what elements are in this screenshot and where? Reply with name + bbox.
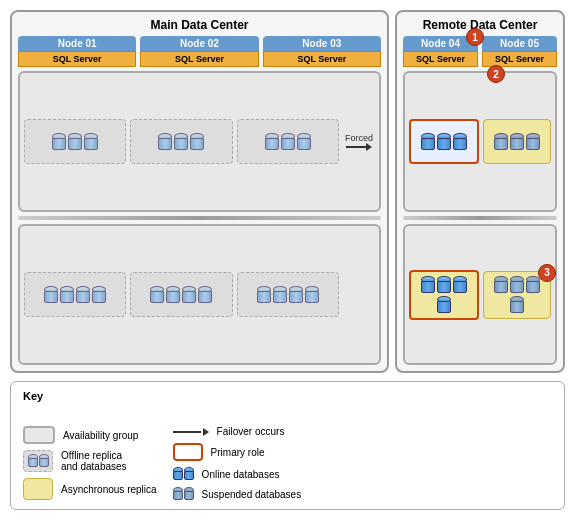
node-05-box: Node 05 SQL Server <box>482 36 557 67</box>
cylinder <box>166 286 180 304</box>
cylinder-body <box>150 291 164 303</box>
cylinder-body <box>437 301 451 313</box>
remote-db-group-05-r1 <box>494 133 540 151</box>
forced-arrow: Forced <box>343 133 375 151</box>
key-arrow-head-icon <box>203 428 209 436</box>
cylinder-body <box>158 138 172 150</box>
cylinder-body <box>44 291 58 303</box>
online-db-shape <box>173 467 194 481</box>
cylinder-body <box>289 291 303 303</box>
remote-nodes-row: 1 Node 04 SQL Server Node 05 SQL Server <box>403 36 557 67</box>
cylinder-body <box>52 138 66 150</box>
remote-replica-04-row2 <box>409 270 479 320</box>
cylinder <box>289 286 303 304</box>
remote-ag-row-2: 3 <box>403 224 557 365</box>
cylinder-suspended <box>510 296 524 314</box>
cylinder-body <box>281 138 295 150</box>
small-cylinder-suspended <box>173 487 183 501</box>
key-shapes-offline <box>23 450 53 472</box>
db-group-02-r1 <box>158 133 204 151</box>
db-group-02-r2 <box>150 286 212 304</box>
cylinder-body <box>84 138 98 150</box>
cylinder-suspended <box>510 276 524 294</box>
key-shape-async <box>23 478 53 500</box>
cylinder-body <box>198 291 212 303</box>
cylinder <box>190 133 204 151</box>
cylinder-body <box>184 491 194 500</box>
cylinder <box>305 286 319 304</box>
small-cylinder-suspended <box>184 487 194 501</box>
remote-db-group-04-r2 <box>415 276 473 314</box>
key-shape-offline <box>23 450 53 472</box>
small-cylinder-online <box>173 467 183 481</box>
cylinder <box>198 286 212 304</box>
replica-02-row1 <box>130 119 232 164</box>
key-arrow-line <box>173 431 201 433</box>
cylinder <box>281 133 295 151</box>
db-group-01-r2 <box>44 286 106 304</box>
cylinder-body <box>526 138 540 150</box>
key-label-offline: Offline replicaand databases <box>61 450 127 472</box>
cylinder-body <box>28 458 38 467</box>
key-shape-primary <box>173 443 203 461</box>
key-item-offline: Offline replicaand databases <box>23 450 157 472</box>
small-cylinder <box>39 454 49 468</box>
remote-data-center: Remote Data Center 1 Node 04 SQL Server … <box>395 10 565 373</box>
cylinder <box>150 286 164 304</box>
replica-02-row2 <box>130 272 232 317</box>
cylinder <box>60 286 74 304</box>
cylinder-body <box>494 138 508 150</box>
node-01-label: Node 01 <box>18 36 136 51</box>
key-item-suspended-db: Suspended databases <box>173 487 302 501</box>
cylinder <box>158 133 172 151</box>
cylinder-body <box>257 291 271 303</box>
cylinder <box>257 286 271 304</box>
main-dc-title: Main Data Center <box>18 18 381 32</box>
cylinder-body <box>265 138 279 150</box>
cylinder <box>273 286 287 304</box>
cylinder-online <box>437 296 451 314</box>
cylinder-body <box>173 471 183 480</box>
ag-rows-main: Forced <box>18 71 381 365</box>
node-01-sql: SQL Server <box>18 51 136 67</box>
cylinder-body <box>494 281 508 293</box>
suspended-db-shape <box>173 487 194 501</box>
key-item-failover: Failover occurs <box>173 426 302 437</box>
key-shape-ag <box>23 426 55 444</box>
key-item-async: Asynchronous replica <box>23 478 157 500</box>
cylinder <box>44 286 58 304</box>
main-nodes-row: Node 01 SQL Server Node 02 SQL Server No… <box>18 36 381 67</box>
key-area: Key Availability group <box>10 381 565 510</box>
node-02-label: Node 02 <box>140 36 258 51</box>
forced-label: Forced <box>345 133 373 143</box>
cylinder <box>297 133 311 151</box>
key-label-online-db: Online databases <box>202 469 280 480</box>
cylinder <box>84 133 98 151</box>
small-cylinder <box>28 454 38 468</box>
badge-3: 3 <box>538 264 556 282</box>
key-label-suspended-db: Suspended databases <box>202 489 302 500</box>
cylinder-body <box>453 138 467 150</box>
cylinder-body <box>166 291 180 303</box>
replica-03-row1 <box>237 119 339 164</box>
ag-row-divider <box>18 216 381 220</box>
cylinder-online <box>453 276 467 294</box>
node-02-sql: SQL Server <box>140 51 258 67</box>
db-group-01-r1 <box>52 133 98 151</box>
main-data-center: Main Data Center Node 01 SQL Server Node… <box>10 10 389 373</box>
remote-ag-row-divider <box>403 216 557 220</box>
cylinder-online <box>437 133 451 151</box>
ag-row-2 <box>18 224 381 365</box>
key-item-ag: Availability group <box>23 426 157 444</box>
remote-replica-05-row2: 3 <box>483 271 551 319</box>
cylinder-body <box>68 138 82 150</box>
cylinder-body <box>39 458 49 467</box>
cylinder <box>76 286 90 304</box>
cylinder <box>92 286 106 304</box>
cylinder <box>52 133 66 151</box>
cylinder-body <box>510 138 524 150</box>
remote-db-group-04-r1 <box>421 133 467 151</box>
node-03-box: Node 03 SQL Server <box>263 36 381 67</box>
key-content: Availability group <box>23 426 552 501</box>
node-02-box: Node 02 SQL Server <box>140 36 258 67</box>
